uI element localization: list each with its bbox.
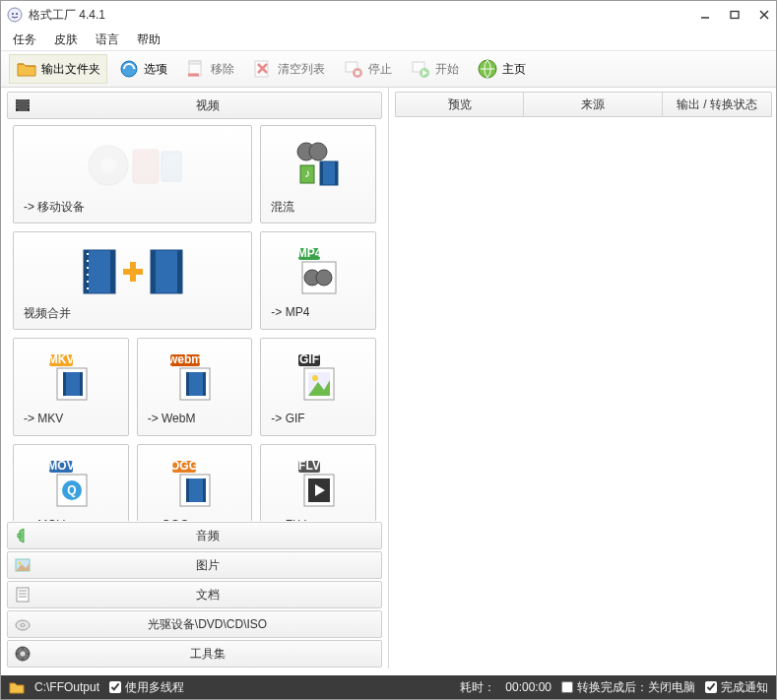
tile-mux[interactable]: ♪ 混流 bbox=[260, 125, 376, 223]
options-button[interactable]: 选项 bbox=[111, 54, 174, 84]
mux-icon: ♪ bbox=[267, 132, 369, 199]
tile-webm[interactable]: webm -> WebM bbox=[137, 338, 253, 436]
options-label: 选项 bbox=[144, 61, 167, 78]
svg-point-77 bbox=[312, 375, 318, 381]
gif-icon: GIF bbox=[267, 345, 369, 412]
tile-mkv[interactable]: MKV -> MKV bbox=[13, 338, 129, 436]
tile-mobile-device[interactable]: -> 移动设备 bbox=[13, 125, 252, 223]
task-list[interactable] bbox=[395, 117, 772, 668]
svg-text:OGG: OGG bbox=[170, 459, 198, 473]
home-button[interactable]: 主页 bbox=[470, 54, 533, 84]
svg-point-2 bbox=[16, 13, 18, 15]
stop-button[interactable]: 停止 bbox=[336, 54, 399, 84]
category-document-header[interactable]: 文档 bbox=[7, 581, 382, 608]
header-source[interactable]: 来源 bbox=[524, 93, 663, 116]
svg-rect-33 bbox=[133, 150, 159, 183]
menu-skin[interactable]: 皮肤 bbox=[54, 32, 78, 48]
tile-video-join[interactable]: 视频合并 bbox=[13, 231, 252, 330]
close-button[interactable] bbox=[758, 9, 770, 21]
webm-icon: webm bbox=[144, 345, 246, 412]
multithread-label: 使用多线程 bbox=[125, 679, 184, 696]
tile-gif-label: -> GIF bbox=[267, 412, 369, 429]
shutdown-input[interactable] bbox=[561, 681, 573, 693]
clear-icon bbox=[252, 58, 274, 80]
tile-mov-label: -> MOV bbox=[20, 518, 122, 521]
multithread-checkbox[interactable]: 使用多线程 bbox=[109, 679, 184, 696]
toolbar: 输出文件夹 选项 移除 清空列表 停止 开始 主页 bbox=[1, 50, 776, 88]
task-list-header: 预览 来源 输出 / 转换状态 bbox=[395, 92, 772, 117]
flv-icon: FLV bbox=[267, 451, 369, 518]
category-tools-header[interactable]: 工具集 bbox=[7, 640, 382, 668]
category-document-label: 文档 bbox=[39, 587, 375, 604]
notify-checkbox[interactable]: 完成通知 bbox=[705, 679, 768, 696]
svg-rect-41 bbox=[335, 161, 338, 185]
category-audio-label: 音频 bbox=[39, 528, 375, 544]
disc-icon bbox=[14, 615, 32, 633]
clear-list-button[interactable]: 清空列表 bbox=[245, 54, 332, 84]
tile-ogg-label: -> OGG bbox=[144, 518, 246, 521]
header-status[interactable]: 输出 / 转换状态 bbox=[663, 93, 771, 116]
category-video-label: 视频 bbox=[39, 97, 375, 114]
svg-text:MP4: MP4 bbox=[297, 246, 322, 260]
output-folder-label: 输出文件夹 bbox=[41, 61, 100, 78]
svg-point-32 bbox=[100, 158, 116, 173]
tile-mobile-label: -> 移动设备 bbox=[20, 199, 245, 217]
mp4-icon: MP4 bbox=[267, 238, 369, 305]
multithread-input[interactable] bbox=[109, 681, 121, 693]
start-icon bbox=[410, 58, 431, 80]
svg-rect-48 bbox=[87, 274, 89, 276]
category-video-header[interactable]: 视频 bbox=[7, 92, 382, 119]
svg-rect-45 bbox=[87, 253, 89, 255]
maximize-button[interactable] bbox=[729, 9, 741, 21]
svg-point-105 bbox=[21, 652, 26, 657]
svg-text:FLV: FLV bbox=[298, 459, 320, 473]
svg-rect-53 bbox=[177, 250, 182, 293]
tile-gif[interactable]: GIF -> GIF bbox=[260, 338, 376, 436]
remove-icon bbox=[185, 58, 207, 80]
svg-point-26 bbox=[16, 103, 17, 104]
video-icon bbox=[14, 96, 32, 114]
tile-ogg[interactable]: OGG -> OGG bbox=[137, 444, 253, 521]
category-picture-header[interactable]: 图片 bbox=[7, 551, 382, 579]
svg-rect-98 bbox=[17, 588, 29, 602]
shutdown-checkbox[interactable]: 转换完成后：关闭电脑 bbox=[561, 679, 695, 696]
start-button[interactable]: 开始 bbox=[403, 54, 466, 84]
svg-point-1 bbox=[12, 13, 14, 15]
stop-icon bbox=[343, 58, 364, 80]
svg-rect-22 bbox=[16, 99, 30, 111]
svg-rect-72 bbox=[203, 372, 206, 396]
menu-language[interactable]: 语言 bbox=[96, 32, 119, 48]
svg-text:Q: Q bbox=[67, 483, 76, 497]
notify-input[interactable] bbox=[705, 681, 717, 693]
mkv-icon: MKV bbox=[20, 345, 122, 412]
svg-text:MKV: MKV bbox=[47, 352, 74, 366]
ogg-icon: OGG bbox=[144, 451, 246, 518]
stop-label: 停止 bbox=[368, 61, 392, 78]
status-folder-icon[interactable] bbox=[9, 680, 25, 694]
category-picture-label: 图片 bbox=[39, 557, 375, 574]
menu-task[interactable]: 任务 bbox=[13, 32, 36, 48]
folder-icon bbox=[16, 58, 37, 80]
clear-label: 清空列表 bbox=[278, 61, 325, 78]
menu-bar: 任务 皮肤 语言 帮助 bbox=[1, 29, 776, 50]
menu-help[interactable]: 帮助 bbox=[137, 32, 161, 48]
header-preview[interactable]: 预览 bbox=[396, 93, 524, 116]
output-path-text[interactable]: C:\FFOutput bbox=[34, 680, 99, 694]
category-disc-header[interactable]: 光驱设备\DVD\CD\ISO bbox=[7, 610, 382, 638]
svg-point-96 bbox=[19, 562, 22, 565]
tile-flv[interactable]: FLV -> FLV bbox=[260, 444, 376, 521]
window-title: 格式工厂 4.4.1 bbox=[29, 7, 699, 24]
elapsed-label: 耗时： bbox=[460, 679, 495, 696]
mobile-device-icon bbox=[20, 132, 245, 199]
output-folder-button[interactable]: 输出文件夹 bbox=[9, 54, 107, 84]
tile-mov[interactable]: MOVQ -> MOV bbox=[13, 444, 129, 521]
tile-mp4[interactable]: MP4 -> MP4 bbox=[260, 231, 376, 330]
svg-rect-71 bbox=[186, 372, 189, 396]
category-audio-header[interactable]: 音频 bbox=[7, 522, 382, 549]
svg-rect-47 bbox=[87, 267, 89, 269]
remove-button[interactable]: 移除 bbox=[178, 54, 241, 84]
svg-point-27 bbox=[16, 106, 17, 107]
minimize-button[interactable] bbox=[699, 9, 711, 21]
tile-flv-label: -> FLV bbox=[267, 518, 369, 521]
options-icon bbox=[118, 58, 140, 80]
